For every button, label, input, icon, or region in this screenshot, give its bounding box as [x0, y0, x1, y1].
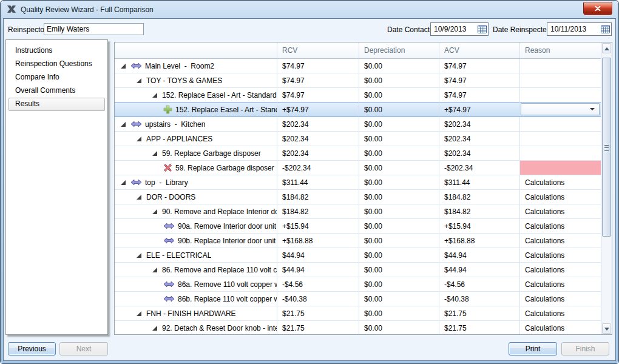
grid-header: RCV Depreciation ACV Reason — [115, 42, 601, 59]
reason-cell — [520, 59, 601, 73]
date-reinspected-picker[interactable]: 10/11/2013 — [547, 22, 612, 36]
calendar-icon[interactable] — [478, 25, 487, 33]
table-row[interactable]: 90. Remove and Replace Interior door uni… — [115, 204, 601, 219]
date-contacted-value: 10/9/2013 — [431, 25, 478, 33]
reinspector-input[interactable] — [44, 23, 144, 35]
table-row[interactable]: upstairs - Kitchen$202.34$0.00$202.34 — [115, 117, 601, 132]
table-row[interactable]: ELE - ELECTRICAL$44.94$0.00$44.94Calcula… — [115, 248, 601, 263]
expander-icon[interactable] — [152, 268, 157, 272]
row-label: 59. Replace Garbage disposer — [175, 164, 274, 172]
expander-icon[interactable] — [152, 326, 157, 331]
table-row[interactable]: Main Level - Room2$74.97$0.00$74.97 — [115, 59, 601, 73]
table-row[interactable]: 152. Replace Easel - Art - Standard grad… — [115, 103, 601, 117]
reason-cell — [520, 161, 601, 175]
dep-cell: $0.00 — [359, 175, 439, 189]
expander-icon[interactable] — [121, 180, 126, 185]
acv-cell: +$74.97 — [439, 103, 520, 116]
plus-icon — [163, 105, 172, 114]
vertical-scrollbar[interactable] — [601, 42, 612, 334]
acv-cell: $202.34 — [439, 132, 520, 146]
column-header-reason[interactable]: Reason — [520, 42, 601, 58]
change-arrows-icon — [130, 121, 142, 127]
sidebar-item-compare-info[interactable]: Compare Info — [8, 71, 105, 84]
table-row[interactable]: APP - APPLIANCES$202.34$0.00$202.34 — [115, 132, 601, 146]
item-name-cell: 90. Remove and Replace Interior door uni… — [115, 204, 277, 218]
sidebar-item-label: Instructions — [15, 46, 52, 55]
column-header-acv[interactable]: ACV — [439, 42, 520, 58]
scrollbar-thumb[interactable] — [602, 58, 611, 237]
change-arrows-icon — [130, 62, 142, 69]
chevron-down-icon — [590, 108, 595, 110]
arrow-down-icon — [604, 328, 609, 331]
row-label: 90. Remove and Replace Interior door uni… — [162, 207, 277, 216]
table-row[interactable]: 152. Replace Easel - Art - Standard grad… — [115, 88, 601, 103]
item-name-cell: top - Library — [115, 175, 277, 189]
calendar-icon[interactable] — [601, 25, 610, 33]
dep-cell: $0.00 — [359, 88, 439, 102]
column-header-depreciation[interactable]: Depreciation — [359, 42, 439, 58]
dep-cell: $0.00 — [359, 161, 439, 175]
sidebar-item-overall-comments[interactable]: Overall Comments — [8, 84, 105, 98]
rcv-cell: $21.75 — [277, 321, 359, 335]
sidebar-item-reinspection-questions[interactable]: Reinspection Questions — [8, 58, 105, 71]
table-row[interactable]: TOY - TOYS & GAMES$74.97$0.00$74.97 — [115, 73, 601, 88]
date-contacted-picker[interactable]: 10/9/2013 — [430, 22, 489, 36]
item-name-cell: 59. Replace Garbage disposer — [115, 161, 277, 175]
table-row[interactable]: DOR - DOORS$184.82$0.00$184.82Calculatio… — [115, 190, 601, 204]
acv-cell: $74.97 — [439, 59, 520, 73]
expander-icon[interactable] — [137, 78, 141, 83]
expander-icon[interactable] — [137, 253, 141, 258]
rcv-cell: $311.44 — [277, 175, 359, 189]
table-row[interactable]: 86a. Remove 110 volt copper wiring-$4.56… — [115, 277, 601, 292]
dep-cell: $0.00 — [359, 132, 439, 146]
rcv-cell: +$74.97 — [277, 103, 359, 116]
acv-cell: $311.44 — [439, 175, 520, 189]
table-row[interactable]: 86b. Replace 110 volt copper wiring-$40.… — [115, 292, 601, 306]
expander-icon[interactable] — [137, 195, 141, 200]
table-row[interactable]: 90b. Replace Interior door unit+$168.88$… — [115, 234, 601, 248]
scroll-up-button[interactable] — [602, 43, 611, 53]
expander-icon[interactable] — [152, 209, 157, 214]
dep-cell: $0.00 — [359, 146, 439, 160]
dep-cell: $0.00 — [359, 306, 439, 320]
scroll-down-button[interactable] — [602, 323, 611, 334]
row-label: 86. Remove and Replace 110 volt copper w… — [162, 266, 277, 274]
dep-cell: $0.00 — [359, 190, 439, 204]
previous-button[interactable]: Previous — [8, 342, 56, 356]
finish-button[interactable]: Finish — [561, 342, 609, 356]
rcv-cell: -$202.34 — [277, 161, 359, 175]
table-row[interactable]: 92. Detach & Reset Door knob - interior$… — [115, 321, 601, 335]
rcv-cell: $74.97 — [277, 88, 359, 102]
table-row[interactable]: 59. Replace Garbage disposer-$202.34$0.0… — [115, 161, 601, 175]
expander-icon[interactable] — [152, 151, 157, 156]
sidebar-item-instructions[interactable]: Instructions — [8, 44, 105, 58]
expander-icon[interactable] — [137, 311, 141, 316]
change-arrows-icon — [163, 281, 175, 288]
expander-icon[interactable] — [121, 122, 126, 127]
table-row[interactable]: top - Library$311.44$0.00$311.44Calculat… — [115, 175, 601, 190]
titlebar[interactable]: Quality Review Wizard - Full Comparison — [1, 1, 618, 18]
print-button[interactable]: Print — [509, 342, 557, 356]
close-icon — [595, 6, 601, 12]
rcv-cell: $74.97 — [277, 73, 359, 87]
table-row[interactable]: 86. Remove and Replace 110 volt copper w… — [115, 263, 601, 277]
column-header-rcv[interactable]: RCV — [277, 42, 359, 58]
expander-icon[interactable] — [121, 64, 126, 69]
reason-combobox[interactable] — [521, 103, 600, 115]
dep-cell: $0.00 — [359, 277, 439, 291]
reason-cell: Calculations — [520, 292, 601, 306]
table-row[interactable]: FNH - FINISH HARDWARE$21.75$0.00$21.75Ca… — [115, 306, 601, 321]
table-row[interactable]: 90a. Remove Interior door unit+$15.94$0.… — [115, 219, 601, 234]
column-header-name[interactable] — [115, 42, 277, 58]
thumb-grip-icon — [604, 145, 609, 151]
next-button[interactable]: Next — [59, 342, 108, 356]
sidebar-item-results[interactable]: Results — [8, 98, 105, 111]
sidebar-item-label: Compare Info — [15, 73, 59, 81]
table-row[interactable]: 59. Replace Garbage disposer$202.34$0.00… — [115, 146, 601, 161]
item-name-cell: 59. Replace Garbage disposer — [115, 146, 277, 160]
change-arrows-icon — [130, 179, 142, 186]
expander-icon[interactable] — [137, 136, 141, 141]
acv-cell: $74.97 — [439, 88, 520, 102]
expander-icon[interactable] — [152, 93, 157, 98]
close-button[interactable] — [583, 2, 612, 15]
